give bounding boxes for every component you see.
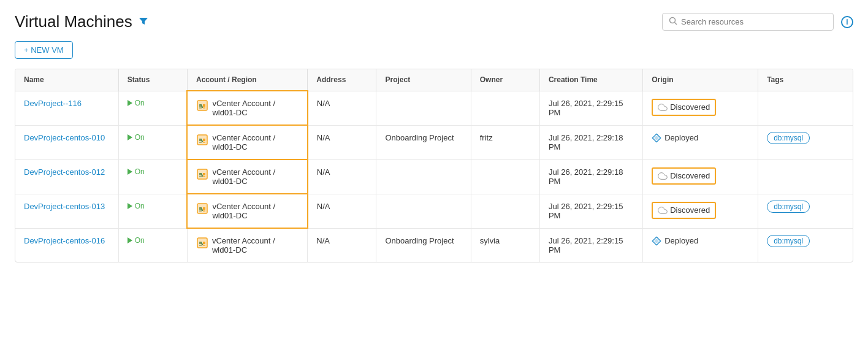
status-on: On (128, 167, 145, 176)
search-icon (669, 17, 677, 27)
discovered-origin-badge: Discovered (652, 167, 716, 185)
play-icon (128, 237, 132, 243)
origin-label: Deployed (664, 236, 698, 245)
svg-line-1 (675, 23, 677, 25)
table-row: DevProject-centos-010 On V vCenter Accou… (15, 125, 853, 159)
svg-point-0 (670, 18, 676, 23)
address-cell: N/A (308, 125, 376, 159)
col-header-origin: Origin (643, 69, 758, 91)
cloud-icon (658, 205, 668, 215)
svg-rect-6 (203, 104, 205, 107)
discovered-origin-badge: Discovered (652, 99, 716, 116)
svg-rect-24 (203, 176, 205, 177)
play-icon (128, 134, 132, 140)
svg-rect-8 (203, 107, 205, 109)
svg-rect-36 (203, 242, 205, 244)
col-header-owner: Owner (471, 69, 539, 91)
svg-rect-15 (203, 142, 205, 143)
account-text: vCenter Account / wld01-DC (212, 202, 298, 220)
owner-cell (471, 194, 539, 228)
svg-rect-37 (199, 245, 202, 246)
table-row: DevProject--116 On V vCenter Account / w… (15, 91, 853, 125)
owner-cell (471, 91, 539, 125)
origin-label: Discovered (670, 171, 710, 180)
owner-cell (471, 159, 539, 194)
status-cell: On (118, 228, 187, 262)
vm-name-link[interactable]: DevProject-centos-010 (24, 133, 105, 142)
deployed-origin: Deployed (652, 133, 698, 143)
svg-rect-28 (199, 207, 202, 210)
project-cell (376, 159, 471, 194)
play-icon (128, 100, 132, 106)
account-text: vCenter Account / wld01-DC (212, 133, 298, 151)
account-cell: V vCenter Account / wld01-DC (187, 194, 307, 228)
deployed-origin: Deployed (652, 236, 698, 246)
vm-name-link[interactable]: DevProject-centos-016 (24, 236, 105, 245)
address-cell: N/A (308, 228, 376, 262)
account-cell: V vCenter Account / wld01-DC (187, 228, 307, 262)
creation-time-cell: Jul 26, 2021, 2:29:15 PM (539, 194, 642, 228)
svg-rect-30 (199, 210, 202, 212)
creation-time-cell: Jul 26, 2021, 2:29:15 PM (539, 91, 642, 125)
search-box (662, 13, 834, 31)
status-on: On (128, 236, 145, 245)
table-row: DevProject-centos-013 On V vCenter Accou… (15, 194, 853, 228)
creation-time-cell: Jul 26, 2021, 2:29:18 PM (539, 125, 642, 159)
project-cell (376, 91, 471, 125)
col-header-name: Name (15, 69, 118, 91)
account-cell: V vCenter Account / wld01-DC (187, 159, 307, 194)
play-icon (128, 169, 132, 175)
address-cell: N/A (308, 159, 376, 194)
vm-name-link[interactable]: DevProject-centos-012 (24, 167, 105, 177)
svg-rect-14 (199, 142, 202, 143)
vm-name-link[interactable]: DevProject-centos-013 (24, 202, 105, 211)
col-header-status: Status (118, 69, 187, 91)
origin-cell: Discovered (643, 91, 758, 125)
account-text: vCenter Account / wld01-DC (212, 167, 298, 186)
account-text: vCenter Account / wld01-DC (212, 236, 299, 255)
vm-name-link[interactable]: DevProject--116 (24, 99, 82, 108)
tag-badge[interactable]: db:mysql (767, 132, 810, 144)
diamond-icon (652, 236, 661, 246)
svg-rect-13 (203, 139, 205, 141)
address-cell: N/A (308, 91, 376, 125)
search-input[interactable] (681, 17, 827, 26)
vcenter-icon: V (196, 99, 208, 112)
project-cell (376, 194, 471, 228)
page-title: Virtual Machines (15, 12, 132, 31)
status-on: On (128, 202, 145, 210)
col-header-creation: Creation Time (539, 69, 642, 91)
tags-cell: db:mysql (758, 194, 853, 228)
tags-cell (758, 91, 853, 125)
svg-rect-38 (203, 245, 205, 246)
cloud-icon (658, 102, 668, 112)
filter-icon[interactable] (139, 16, 148, 28)
svg-rect-23 (199, 176, 202, 177)
origin-cell: Discovered (643, 194, 758, 228)
table-row: DevProject-centos-016 On V vCenter Accou… (15, 228, 853, 262)
tags-cell (758, 159, 853, 194)
origin-cell: Deployed (643, 228, 758, 262)
tag-badge[interactable]: db:mysql (767, 201, 810, 213)
address-cell: N/A (308, 194, 376, 228)
vcenter-icon: V (196, 168, 208, 180)
info-icon[interactable]: i (841, 16, 853, 28)
diamond-icon (652, 133, 661, 143)
vcenter-icon: V (196, 202, 208, 215)
origin-label: Discovered (670, 102, 710, 112)
new-vm-button[interactable]: + NEW VM (15, 41, 73, 59)
svg-rect-12 (199, 139, 202, 141)
col-header-project: Project (376, 69, 471, 91)
svg-rect-5 (199, 104, 202, 107)
status-cell: On (118, 91, 187, 125)
svg-rect-31 (203, 210, 205, 212)
tags-cell: db:mysql (758, 125, 853, 159)
tag-badge[interactable]: db:mysql (767, 235, 810, 247)
status-cell: On (118, 125, 187, 159)
vm-table: Name Status Account / Region Address Pro… (15, 69, 853, 262)
svg-rect-22 (203, 173, 205, 175)
col-header-account: Account / Region (187, 69, 307, 91)
svg-marker-17 (654, 136, 659, 140)
origin-cell: Deployed (643, 125, 758, 159)
svg-rect-21 (199, 173, 202, 175)
